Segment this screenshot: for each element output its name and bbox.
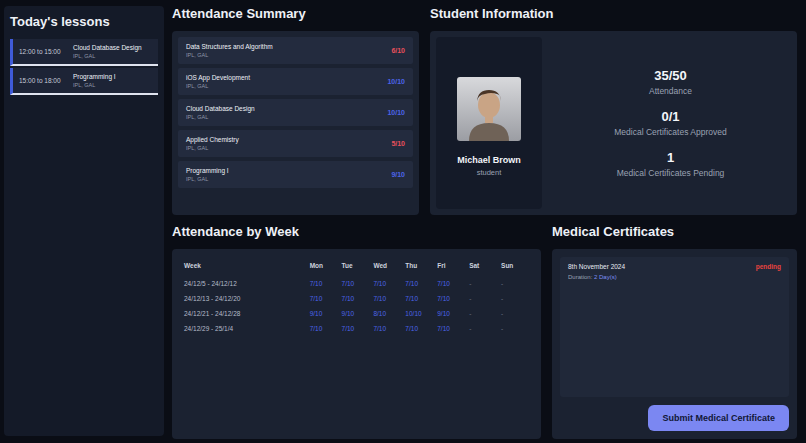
student-photo-card: Michael Brown student: [436, 37, 542, 209]
subject-name: iOS App Development: [186, 74, 250, 81]
week-range: 24/12/13 - 24/12/20: [182, 291, 308, 306]
attendance-summary-panel: Data Structures and Algorithm IPL, GAL 6…: [172, 31, 419, 215]
lesson-time: 15:00 to 18:00: [19, 77, 65, 84]
attendance-cell: 7/10: [371, 291, 403, 306]
subject-score: 5/10: [391, 140, 405, 147]
column-header: Mon: [308, 259, 340, 276]
lesson-item[interactable]: 15:00 to 18:00 Programming I IPL, GAL: [10, 68, 158, 95]
subject-name: Cloud Database Design: [186, 105, 255, 112]
stat-attendance: 35/50 Attendance: [649, 68, 692, 96]
attendance-cell: 9/10: [308, 306, 340, 321]
column-header: Sat: [467, 259, 499, 276]
column-header: Thu: [403, 259, 435, 276]
medical-certificates-panel: 8th November 2024 Duration: 2 Day(s) pen…: [552, 249, 797, 439]
attendance-cell: -: [499, 321, 531, 336]
subject-attendance-row[interactable]: Cloud Database Design IPL, GAL 10/10: [178, 99, 413, 126]
attendance-summary-section: Attendance Summary Data Structures and A…: [172, 6, 419, 215]
stat-value: 35/50: [649, 68, 692, 83]
attendance-cell: 7/10: [340, 321, 372, 336]
attendance-cell: 7/10: [403, 276, 435, 291]
week-range: 24/12/5 - 24/12/12: [182, 276, 308, 291]
subject-tags: IPL, GAL: [186, 145, 239, 151]
sidebar-title: Today's lessons: [10, 14, 158, 29]
lesson-name: Cloud Database Design: [73, 44, 142, 51]
subject-tags: IPL, GAL: [186, 83, 250, 89]
attendance-cell: 7/10: [435, 276, 467, 291]
attendance-cell: 7/10: [308, 321, 340, 336]
lesson-tags: IPL, GAL: [73, 53, 142, 59]
attendance-cell: 7/10: [435, 291, 467, 306]
student-information-title: Student Information: [430, 6, 797, 21]
table-row: 24/12/29 - 25/1/4 7/10 7/10 7/10 7/10 7/…: [182, 321, 531, 336]
subject-attendance-row[interactable]: Applied Chemistry IPL, GAL 5/10: [178, 130, 413, 157]
column-header: Tue: [340, 259, 372, 276]
subject-tags: IPL, GAL: [186, 114, 255, 120]
subject-score: 6/10: [391, 47, 405, 54]
subject-tags: IPL, GAL: [186, 176, 229, 182]
subject-tags: IPL, GAL: [186, 52, 273, 58]
attendance-cell: 7/10: [308, 276, 340, 291]
lesson-tags: IPL, GAL: [73, 82, 116, 88]
attendance-cell: -: [499, 291, 531, 306]
attendance-by-week-panel: Week Mon Tue Wed Thu Fri Sat Sun 24/12/5…: [172, 249, 541, 439]
stat-certificates-pending: 1 Medical Certificates Pending: [617, 150, 725, 178]
attendance-by-week-title: Attendance by Week: [172, 224, 541, 239]
subject-name: Programming I: [186, 167, 229, 174]
certificate-item[interactable]: 8th November 2024 Duration: 2 Day(s) pen…: [568, 263, 781, 280]
column-header: Sun: [499, 259, 531, 276]
column-header: Week: [182, 259, 308, 276]
attendance-cell: -: [467, 291, 499, 306]
student-stats: 35/50 Attendance 0/1 Medical Certificate…: [550, 37, 791, 209]
attendance-cell: 7/10: [371, 276, 403, 291]
subject-attendance-row[interactable]: iOS App Development IPL, GAL 10/10: [178, 68, 413, 95]
attendance-cell: -: [499, 306, 531, 321]
stat-value: 0/1: [614, 109, 726, 124]
subject-score: 10/10: [387, 109, 405, 116]
attendance-cell: 7/10: [308, 291, 340, 306]
todays-lessons-sidebar: Today's lessons 12:00 to 15:00 Cloud Dat…: [4, 6, 164, 436]
attendance-cell: 7/10: [340, 291, 372, 306]
week-range: 24/12/21 - 24/12/28: [182, 306, 308, 321]
student-name: Michael Brown: [457, 155, 521, 165]
student-information-section: Student Information: [430, 6, 797, 215]
attendance-cell: 8/10: [371, 306, 403, 321]
subject-score: 10/10: [387, 78, 405, 85]
attendance-week-table: Week Mon Tue Wed Thu Fri Sat Sun 24/12/5…: [182, 259, 531, 336]
attendance-cell: -: [467, 321, 499, 336]
attendance-cell: -: [499, 276, 531, 291]
subject-score: 9/10: [391, 171, 405, 178]
week-range: 24/12/29 - 25/1/4: [182, 321, 308, 336]
attendance-cell: 7/10: [403, 291, 435, 306]
table-row: 24/12/21 - 24/12/28 9/10 9/10 8/10 10/10…: [182, 306, 531, 321]
subject-attendance-row[interactable]: Programming I IPL, GAL 9/10: [178, 161, 413, 188]
stat-certificates-approved: 0/1 Medical Certificates Approved: [614, 109, 726, 137]
stat-value: 1: [617, 150, 725, 165]
certificate-duration-value: 2 Day(s): [594, 274, 617, 280]
lesson-name: Programming I: [73, 73, 116, 80]
stat-label: Medical Certificates Approved: [614, 127, 726, 137]
stat-label: Attendance: [649, 86, 692, 96]
table-header-row: Week Mon Tue Wed Thu Fri Sat Sun: [182, 259, 531, 276]
lesson-item[interactable]: 12:00 to 15:00 Cloud Database Design IPL…: [10, 39, 158, 66]
student-information-panel: Michael Brown student 35/50 Attendance 0…: [430, 31, 797, 215]
attendance-cell: 7/10: [371, 321, 403, 336]
certificate-status-badge: pending: [756, 263, 781, 270]
medical-certificates-title: Medical Certificates: [552, 224, 797, 239]
attendance-by-week-section: Attendance by Week Week Mon Tue Wed Thu …: [172, 224, 541, 439]
certificate-list: 8th November 2024 Duration: 2 Day(s) pen…: [560, 257, 789, 397]
lesson-time: 12:00 to 15:00: [19, 48, 65, 55]
student-photo: [457, 77, 521, 141]
subject-name: Data Structures and Algorithm: [186, 43, 273, 50]
attendance-cell: 10/10: [403, 306, 435, 321]
table-row: 24/12/5 - 24/12/12 7/10 7/10 7/10 7/10 7…: [182, 276, 531, 291]
stat-label: Medical Certificates Pending: [617, 168, 725, 178]
attendance-cell: 7/10: [403, 321, 435, 336]
student-role: student: [477, 168, 502, 177]
column-header: Wed: [371, 259, 403, 276]
attendance-summary-title: Attendance Summary: [172, 6, 419, 21]
attendance-cell: 7/10: [435, 321, 467, 336]
attendance-cell: -: [467, 276, 499, 291]
medical-certificates-section: Medical Certificates 8th November 2024 D…: [552, 224, 797, 439]
submit-medical-certificate-button[interactable]: Submit Medical Certificate: [648, 405, 789, 431]
subject-attendance-row[interactable]: Data Structures and Algorithm IPL, GAL 6…: [178, 37, 413, 64]
